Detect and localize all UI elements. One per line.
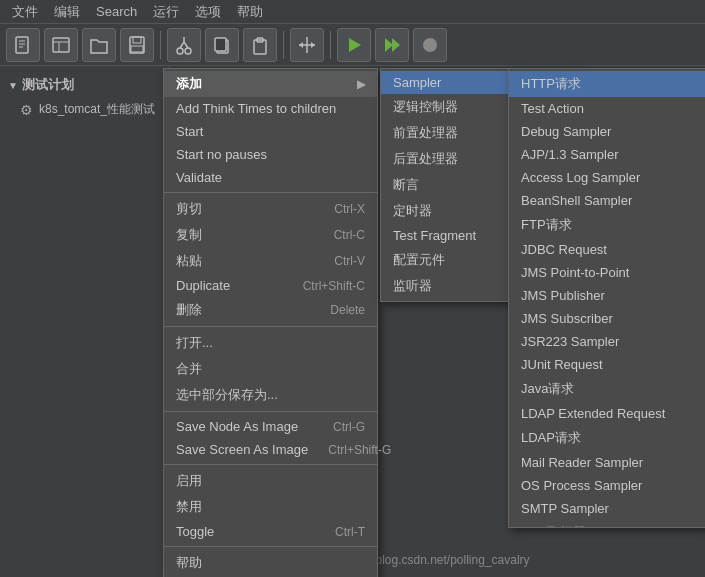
ctx-ldap-request-label: LDAP请求 — [521, 429, 581, 447]
ctx-test-action-item[interactable]: Test Action — [509, 97, 705, 120]
ctx-post-processor-label: 后置处理器 — [393, 150, 458, 168]
ctx-delete[interactable]: 删除 Delete — [164, 297, 377, 323]
menu-edit[interactable]: 编辑 — [46, 1, 88, 23]
ctx-open-label: 打开... — [176, 334, 213, 352]
menu-options[interactable]: 选项 — [187, 1, 229, 23]
ctx-java-request-item[interactable]: Java请求 — [509, 376, 705, 402]
ctx-save-node-label: Save Node As Image — [176, 419, 298, 434]
toolbar-sep-2 — [283, 31, 284, 59]
ctx-merge[interactable]: 合并 — [164, 356, 377, 382]
ctx-toggle[interactable]: Toggle Ctrl-T — [164, 520, 377, 543]
menu-run[interactable]: 运行 — [145, 1, 187, 23]
run-button[interactable] — [337, 28, 371, 62]
ctx-save-node-shortcut: Ctrl-G — [333, 420, 365, 434]
menu-search[interactable]: Search — [88, 2, 145, 21]
ctx-java-request-label: Java请求 — [521, 380, 574, 398]
sidebar-item-testplan[interactable]: ⚙ k8s_tomcat_性能测试 — [0, 98, 169, 121]
ctx-ajp-sampler-item[interactable]: AJP/1.3 Sampler — [509, 143, 705, 166]
ctx-add-arrow: ▶ — [357, 78, 365, 91]
ctx-jsr223-sampler-item[interactable]: JSR223 Sampler — [509, 330, 705, 353]
ctx-jms-publisher-item[interactable]: JMS Publisher — [509, 284, 705, 307]
ctx-sep-3 — [164, 411, 377, 412]
ctx-os-process-item[interactable]: OS Process Sampler — [509, 474, 705, 497]
ctx-start[interactable]: Start — [164, 120, 377, 143]
svg-marker-23 — [349, 38, 361, 52]
sidebar-item-label: k8s_tomcat_性能测试 — [39, 101, 155, 118]
ctx-tcp-sampler-item[interactable]: TCP取样器 — [509, 520, 705, 528]
ctx-sep-4 — [164, 464, 377, 465]
new-button[interactable] — [6, 28, 40, 62]
ctx-ftp-request-item[interactable]: FTP请求 — [509, 212, 705, 238]
ctx-jsr223-sampler-label: JSR223 Sampler — [521, 334, 619, 349]
template-button[interactable] — [44, 28, 78, 62]
svg-rect-0 — [16, 37, 28, 53]
menu-help[interactable]: 帮助 — [229, 1, 271, 23]
ctx-save-screen-label: Save Screen As Image — [176, 442, 308, 457]
ctx-ldap-extended-item[interactable]: LDAP Extended Request — [509, 402, 705, 425]
ctx-copy[interactable]: 复制 Ctrl-C — [164, 222, 377, 248]
ctx-save-selected-label: 选中部分保存为... — [176, 386, 278, 404]
ctx-paste-shortcut: Ctrl-V — [334, 254, 365, 268]
ctx-disable-label: 禁用 — [176, 498, 202, 516]
ctx-toggle-shortcut: Ctrl-T — [335, 525, 365, 539]
ctx-jms-point-item[interactable]: JMS Point-to-Point — [509, 261, 705, 284]
ctx-jdbc-request-item[interactable]: JDBC Request — [509, 238, 705, 261]
ctx-jms-subscriber-item[interactable]: JMS Subscriber — [509, 307, 705, 330]
svg-marker-21 — [299, 42, 303, 48]
ctx-merge-label: 合并 — [176, 360, 202, 378]
ctx-help[interactable]: 帮助 — [164, 550, 377, 576]
ctx-mail-reader-label: Mail Reader Sampler — [521, 455, 643, 470]
svg-rect-16 — [215, 38, 226, 51]
ctx-junit-request-item[interactable]: JUnit Request — [509, 353, 705, 376]
ctx-http-request-label: HTTP请求 — [521, 75, 581, 93]
ctx-delete-label: 删除 — [176, 301, 202, 319]
expand-button[interactable] — [290, 28, 324, 62]
menu-file[interactable]: 文件 — [4, 1, 46, 23]
ctx-open[interactable]: 打开... — [164, 330, 377, 356]
svg-rect-7 — [130, 37, 144, 53]
ctx-add-title[interactable]: 添加 ▶ — [164, 71, 377, 97]
ctx-sampler-label: Sampler — [393, 75, 441, 90]
svg-line-13 — [184, 42, 188, 48]
ctx-ajp-sampler-label: AJP/1.3 Sampler — [521, 147, 619, 162]
ctx-save-selected[interactable]: 选中部分保存为... — [164, 382, 377, 408]
ctx-cut[interactable]: 剪切 Ctrl-X — [164, 196, 377, 222]
ctx-mail-reader-item[interactable]: Mail Reader Sampler — [509, 451, 705, 474]
ctx-disable[interactable]: 禁用 — [164, 494, 377, 520]
cut-button[interactable] — [167, 28, 201, 62]
open-button[interactable] — [82, 28, 116, 62]
ctx-tcp-sampler-label: TCP取样器 — [521, 524, 586, 528]
ctx-start-no-pauses[interactable]: Start no pauses — [164, 143, 377, 166]
ctx-listener-label: 监听器 — [393, 277, 432, 295]
ctx-beanshell-sampler-item[interactable]: BeanShell Sampler — [509, 189, 705, 212]
ctx-access-log-sampler-item[interactable]: Access Log Sampler — [509, 166, 705, 189]
ctx-save-node-image[interactable]: Save Node As Image Ctrl-G — [164, 415, 377, 438]
ctx-enable[interactable]: 启用 — [164, 468, 377, 494]
svg-line-12 — [180, 42, 184, 48]
ctx-http-request-item[interactable]: HTTP请求 — [509, 71, 705, 97]
ctx-timer-label: 定时器 — [393, 202, 432, 220]
ctx-paste-label: 粘贴 — [176, 252, 202, 270]
ctx-ldap-request-item[interactable]: LDAP请求 — [509, 425, 705, 451]
run-no-pause-button[interactable] — [375, 28, 409, 62]
ctx-validate[interactable]: Validate — [164, 166, 377, 189]
copy-button[interactable] — [205, 28, 239, 62]
menubar: 文件 编辑 Search 运行 选项 帮助 — [0, 0, 705, 24]
save-button[interactable] — [120, 28, 154, 62]
ctx-save-screen-image[interactable]: Save Screen As Image Ctrl+Shift-G — [164, 438, 377, 461]
ctx-duplicate[interactable]: Duplicate Ctrl+Shift-C — [164, 274, 377, 297]
paste-button[interactable] — [243, 28, 277, 62]
ctx-smtp-sampler-item[interactable]: SMTP Sampler — [509, 497, 705, 520]
svg-point-11 — [185, 48, 191, 54]
ctx-beanshell-sampler-label: BeanShell Sampler — [521, 193, 632, 208]
ctx-copy-shortcut: Ctrl-C — [334, 228, 365, 242]
ctx-logic-controller-label: 逻辑控制器 — [393, 98, 458, 116]
ctx-test-fragment-label: Test Fragment — [393, 228, 476, 243]
ctx-debug-sampler-item[interactable]: Debug Sampler — [509, 120, 705, 143]
ctx-add-think-times[interactable]: Add Think Times to children — [164, 97, 377, 120]
svg-marker-24 — [385, 38, 393, 52]
stop-button[interactable] — [413, 28, 447, 62]
ctx-paste[interactable]: 粘贴 Ctrl-V — [164, 248, 377, 274]
ctx-duplicate-shortcut: Ctrl+Shift-C — [303, 279, 365, 293]
toolbar-sep-3 — [330, 31, 331, 59]
